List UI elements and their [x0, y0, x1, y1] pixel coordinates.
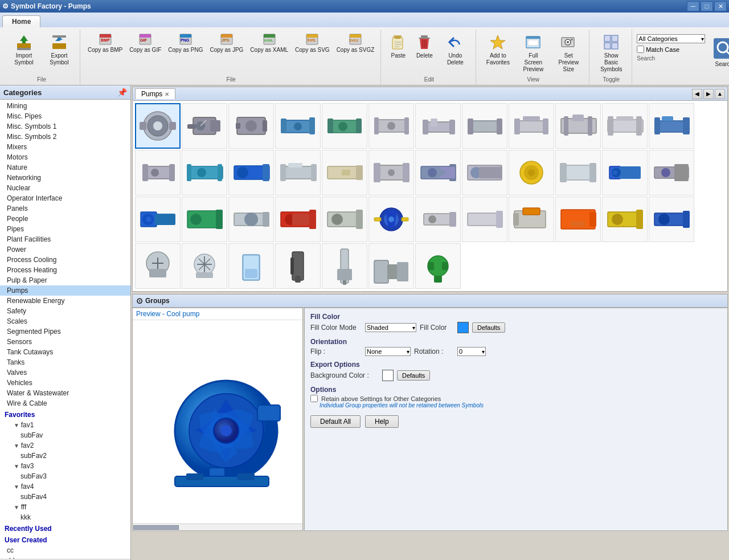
symbol-cell-5[interactable]	[322, 103, 367, 149]
search-button[interactable]: Search	[708, 34, 729, 70]
symbol-cell-12[interactable]	[649, 103, 694, 149]
fav4-item[interactable]: ▼ fav4	[0, 481, 130, 492]
maximize-button[interactable]: □	[701, 1, 713, 11]
symbol-cell-34[interactable]	[602, 197, 648, 242]
preview-scroll-thumb[interactable]	[133, 525, 179, 530]
bg-color-swatch[interactable]	[382, 370, 394, 381]
fff-item[interactable]: ▼ fff	[0, 502, 130, 512]
set-preview-size-button[interactable]: Set Preview Size	[551, 31, 585, 75]
sidebar-item-people[interactable]: People	[0, 214, 130, 224]
symbol-cell-9[interactable]	[509, 103, 554, 149]
symbol-cell-14[interactable]	[182, 150, 227, 195]
fill-color-swatch[interactable]	[457, 322, 469, 333]
sidebar-item-process-cooling[interactable]: Process Cooling	[0, 255, 130, 265]
copy-svgz-button[interactable]: SVG2 Copy as SVGZ	[334, 31, 378, 55]
copy-jpg-button[interactable]: JPG Copy as JPG	[207, 31, 246, 55]
symbol-cell-40[interactable]	[322, 243, 367, 289]
fill-defaults-button[interactable]: Defaults	[472, 322, 505, 333]
symbol-cell-7[interactable]	[415, 103, 461, 149]
help-button[interactable]: Help	[365, 415, 399, 428]
paste-button[interactable]: Paste	[386, 31, 411, 62]
close-button[interactable]: ✕	[714, 1, 727, 11]
symbol-cell-42[interactable]	[415, 243, 461, 289]
symbol-cell-1[interactable]	[135, 103, 181, 149]
sidebar-item-plant[interactable]: Plant Facilities	[0, 234, 130, 244]
copy-xaml-button[interactable]: XAML Copy as XAML	[247, 31, 291, 55]
symbol-cell-21[interactable]	[555, 150, 601, 195]
sidebar-item-mixers[interactable]: Mixers	[0, 142, 130, 152]
title-bar-controls[interactable]: ─ □ ✕	[687, 1, 727, 11]
symbol-cell-27[interactable]	[275, 197, 321, 242]
sidebar-item-pumps[interactable]: Pumps	[0, 285, 130, 296]
preview-scrollbar[interactable]	[133, 524, 302, 530]
rotation-select[interactable]: 0 90 180 270	[457, 347, 486, 356]
symbol-cell-22[interactable]	[602, 150, 648, 195]
symbol-cell-28[interactable]	[322, 197, 367, 242]
symbol-cell-8[interactable]	[462, 103, 507, 149]
sidebar-item-mining[interactable]: Mining	[0, 101, 130, 111]
sidebar-item-networking[interactable]: Networking	[0, 173, 130, 183]
tab-home[interactable]: Home	[2, 15, 40, 27]
sidebar-item-pipes[interactable]: Pipes	[0, 224, 130, 234]
symbol-cell-31[interactable]	[462, 197, 507, 242]
import-symbol-button[interactable]: Import Symbol	[7, 31, 41, 68]
user-cc[interactable]: cc	[0, 545, 130, 555]
full-screen-button[interactable]: Full Screen Preview	[516, 31, 550, 75]
symbol-cell-17[interactable]	[322, 150, 367, 195]
symbol-cell-19[interactable]	[415, 150, 461, 195]
sidebar-item-scales[interactable]: Scales	[0, 316, 130, 326]
pin-icon[interactable]: 📌	[117, 88, 127, 97]
symbol-cell-39[interactable]	[275, 243, 321, 289]
tab-nav-expand[interactable]: ▲	[715, 89, 725, 99]
delete-button[interactable]: Delete	[412, 31, 437, 62]
add-favorites-button[interactable]: Add to Favorites	[481, 31, 515, 68]
sidebar-item-process-heating[interactable]: Process Heating	[0, 265, 130, 275]
tab-nav-left[interactable]: ◀	[692, 89, 702, 99]
symbol-cell-13[interactable]	[135, 150, 181, 195]
minimize-button[interactable]: ─	[687, 1, 699, 11]
sidebar-item-misc-symbols2[interactable]: Misc. Symbols 2	[0, 132, 130, 142]
symbol-cell-10[interactable]	[555, 103, 601, 149]
symbol-cell-32[interactable]	[509, 197, 554, 242]
symbol-cell-16[interactable]	[275, 150, 321, 195]
symbol-cell-6[interactable]	[368, 103, 414, 149]
default-all-button[interactable]: Default All	[310, 415, 361, 428]
undo-delete-button[interactable]: Undo Delete	[438, 31, 472, 68]
sidebar-item-vehicles[interactable]: Vehicles	[0, 378, 130, 388]
symbol-cell-18[interactable]	[368, 150, 414, 195]
copy-bmp-button[interactable]: BMP Copy as BMP	[85, 31, 125, 55]
copy-svg-button[interactable]: SVG Copy as SVG	[292, 31, 333, 55]
bg-defaults-button[interactable]: Defaults	[397, 370, 430, 381]
match-case-checkbox[interactable]	[637, 46, 644, 53]
symbol-cell-11[interactable]	[602, 103, 648, 149]
sidebar-item-misc-pipes[interactable]: Misc. Pipes	[0, 111, 130, 121]
symbol-cell-2[interactable]	[182, 103, 227, 149]
pumps-tab[interactable]: Pumps ✕	[135, 88, 175, 99]
symbol-cell-24[interactable]	[135, 197, 181, 242]
sidebar-item-operator[interactable]: Operator Interface	[0, 193, 130, 203]
pumps-tab-close[interactable]: ✕	[165, 91, 169, 97]
subfav3-item[interactable]: subFav3	[0, 471, 130, 481]
sidebar-item-renewable[interactable]: Renewable Energy	[0, 296, 130, 306]
tab-nav-right[interactable]: ▶	[703, 89, 714, 99]
symbol-cell-20b[interactable]	[509, 150, 554, 195]
symbol-cell-41[interactable]	[368, 243, 414, 289]
flip-select[interactable]: None Horizontal Vertical	[365, 347, 411, 356]
symbol-cell-3[interactable]	[228, 103, 274, 149]
sidebar-item-tanks[interactable]: Tanks	[0, 357, 130, 367]
sidebar-item-wire[interactable]: Wire & Cable	[0, 398, 130, 408]
symbol-cell-36[interactable]	[135, 243, 181, 289]
fill-mode-select[interactable]: Shaded Flat None	[365, 323, 416, 332]
sidebar-item-sensors[interactable]: Sensors	[0, 337, 130, 347]
sidebar-item-nature[interactable]: Nature	[0, 162, 130, 173]
fav3-item[interactable]: ▼ fav3	[0, 461, 130, 471]
category-select[interactable]: All Categories	[637, 34, 705, 43]
symbol-cell-25[interactable]	[182, 197, 227, 242]
sidebar-item-motors[interactable]: Motors	[0, 152, 130, 162]
sidebar-item-nuclear[interactable]: Nuclear	[0, 183, 130, 193]
symbol-cell-33[interactable]	[555, 197, 601, 242]
symbol-cell-38[interactable]	[228, 243, 274, 289]
symbol-cell-4[interactable]	[275, 103, 321, 149]
subfav2-item[interactable]: subFav2	[0, 451, 130, 461]
symbol-cell-30[interactable]	[415, 197, 461, 242]
